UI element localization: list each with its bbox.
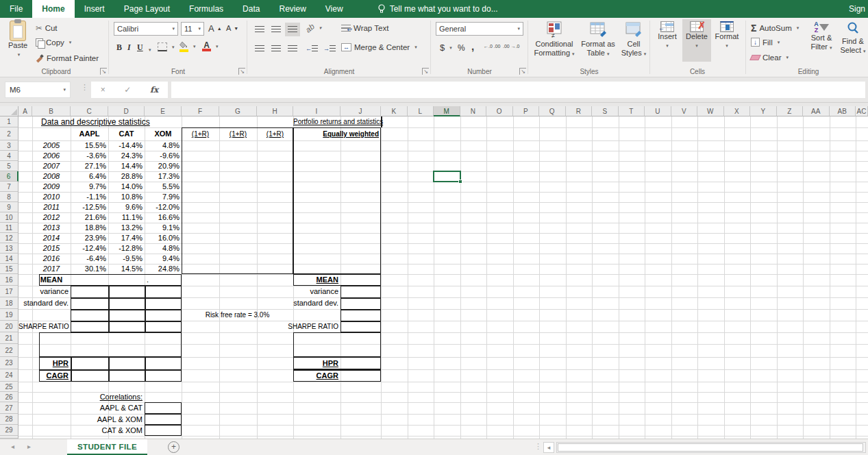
- name-box[interactable]: M6▾: [5, 82, 71, 98]
- column-header-F[interactable]: F: [182, 106, 219, 116]
- selected-cell-M6[interactable]: [433, 171, 461, 182]
- row-header-8[interactable]: 8: [0, 192, 18, 202]
- column-header-B[interactable]: B: [32, 106, 71, 116]
- column-header-G[interactable]: G: [219, 106, 257, 116]
- column-header-E[interactable]: E: [145, 106, 182, 116]
- cell-D4[interactable]: 24.3%: [108, 151, 145, 161]
- column-header-K[interactable]: K: [381, 106, 408, 116]
- align-right-button[interactable]: [285, 42, 300, 56]
- cell-D14[interactable]: -9.5%: [108, 254, 145, 264]
- tab-scroll-splitter[interactable]: ⋮: [534, 442, 542, 451]
- row-header-23[interactable]: 23: [0, 357, 18, 369]
- copy-button[interactable]: Copy▾: [36, 38, 71, 47]
- row-header-20[interactable]: 20: [0, 321, 18, 332]
- cell-C15[interactable]: 30.1%: [71, 264, 108, 274]
- middle-align-button[interactable]: [269, 23, 284, 36]
- scrollbar-thumb[interactable]: [558, 443, 863, 452]
- row-header-21[interactable]: 21: [0, 332, 18, 344]
- borders-button[interactable]: ▾: [158, 42, 175, 51]
- column-header-L[interactable]: L: [408, 106, 434, 116]
- column-header-M[interactable]: M: [434, 106, 460, 116]
- cell-C29[interactable]: CAT & XOM: [71, 425, 145, 436]
- cell-C9[interactable]: -12.5%: [71, 202, 108, 212]
- cell-E8[interactable]: 7.9%: [145, 192, 182, 202]
- row-header-11[interactable]: 11: [0, 223, 18, 233]
- row-header-25[interactable]: 25: [0, 382, 18, 392]
- row-header-5[interactable]: 5: [0, 161, 18, 171]
- row-header-13[interactable]: 13: [0, 243, 18, 254]
- tab-file[interactable]: File: [0, 0, 32, 18]
- cell-B14[interactable]: 2016: [32, 254, 71, 264]
- cell-C5[interactable]: 27.1%: [71, 161, 108, 171]
- column-header-S[interactable]: S: [592, 106, 619, 116]
- cell-A18[interactable]: standard dev.: [18, 297, 71, 309]
- row-header-14[interactable]: 14: [0, 254, 18, 264]
- column-header-J[interactable]: J: [340, 106, 381, 116]
- align-center-button[interactable]: [269, 42, 284, 56]
- cell-B15[interactable]: 2017: [32, 264, 71, 274]
- underline-button[interactable]: U: [137, 42, 143, 53]
- clear-button[interactable]: Clear▾: [751, 53, 789, 62]
- cell-B9[interactable]: 2011: [32, 202, 71, 212]
- row-header-18[interactable]: 18: [0, 297, 18, 309]
- formula-bar-splitter[interactable]: ⋮: [81, 83, 88, 92]
- cell-D9[interactable]: 9.6%: [108, 202, 145, 212]
- column-header-D[interactable]: D: [108, 106, 145, 116]
- format-as-table-button[interactable]: Format as Table▾: [578, 21, 618, 58]
- alignment-dialog-launcher[interactable]: ↘: [422, 68, 429, 75]
- align-left-button[interactable]: [252, 42, 267, 56]
- column-header-I[interactable]: I: [293, 106, 340, 116]
- increase-indent-button[interactable]: →: [322, 42, 337, 56]
- row-header-28[interactable]: 28: [0, 414, 18, 425]
- row-header-9[interactable]: 9: [0, 202, 18, 212]
- cell-C26[interactable]: Correlations:: [71, 392, 145, 402]
- cell-B8[interactable]: 2010: [32, 192, 71, 202]
- autosum-button[interactable]: ΣAutoSum▾: [751, 23, 799, 34]
- bottom-align-button[interactable]: [285, 23, 300, 36]
- column-header-X[interactable]: X: [724, 106, 751, 116]
- sort-filter-button[interactable]: AZ Sort & Filter▾: [806, 21, 837, 52]
- cell-D2[interactable]: CAT: [108, 127, 145, 140]
- increase-decimal-button[interactable]: ←.0 .00: [484, 44, 501, 49]
- bold-button[interactable]: B: [116, 42, 122, 53]
- font-size-select[interactable]: 11▾: [181, 22, 204, 36]
- cell-E13[interactable]: 4.8%: [145, 243, 182, 254]
- row-header-22[interactable]: 22: [0, 344, 18, 357]
- cell-D13[interactable]: -12.8%: [108, 243, 145, 254]
- row-header-7[interactable]: 7: [0, 182, 18, 192]
- column-header-Q[interactable]: Q: [539, 106, 566, 116]
- format-painter-button[interactable]: Format Painter: [36, 54, 99, 62]
- cell-D6[interactable]: 28.8%: [108, 171, 145, 182]
- column-header-U[interactable]: U: [645, 106, 671, 116]
- column-header-T[interactable]: T: [619, 106, 645, 116]
- comma-format-button[interactable]: ,: [471, 40, 474, 52]
- font-name-select[interactable]: Calibri▾: [114, 22, 178, 36]
- format-cells-button[interactable]: Format▾: [712, 21, 741, 50]
- column-header-R[interactable]: R: [566, 106, 593, 116]
- row-header-10[interactable]: 10: [0, 212, 18, 223]
- cell-C2[interactable]: AAPL: [71, 127, 108, 140]
- find-select-button[interactable]: Find & Select▾: [839, 21, 867, 56]
- column-header-H[interactable]: H: [257, 106, 293, 116]
- insert-function-icon[interactable]: fx: [150, 85, 158, 95]
- underline-dropdown-icon[interactable]: ▾: [149, 47, 151, 53]
- percent-format-button[interactable]: %: [458, 43, 465, 53]
- cell-C8[interactable]: -1.1%: [71, 192, 108, 202]
- horizontal-scrollbar[interactable]: [556, 442, 866, 453]
- cell-E3[interactable]: 4.8%: [145, 140, 182, 151]
- delete-cells-button[interactable]: ✗ Delete▾: [682, 19, 711, 62]
- tab-formulas[interactable]: Formulas: [179, 0, 233, 18]
- cell-C14[interactable]: -6.4%: [71, 254, 108, 264]
- row-header-3[interactable]: 3: [0, 140, 18, 151]
- select-all-corner[interactable]: [0, 106, 18, 116]
- column-header-W[interactable]: W: [697, 106, 724, 116]
- cell-D7[interactable]: 14.0%: [108, 182, 145, 192]
- font-color-button[interactable]: A▾: [202, 41, 219, 51]
- cell-E10[interactable]: 16.6%: [145, 212, 182, 223]
- cell-B12[interactable]: 2014: [32, 233, 71, 243]
- column-header-A[interactable]: A: [18, 106, 32, 116]
- tab-review[interactable]: Review: [269, 0, 315, 18]
- tab-view[interactable]: View: [316, 0, 353, 18]
- cell-A20[interactable]: SHARPE RATIO: [18, 321, 71, 332]
- column-header-P[interactable]: P: [513, 106, 540, 116]
